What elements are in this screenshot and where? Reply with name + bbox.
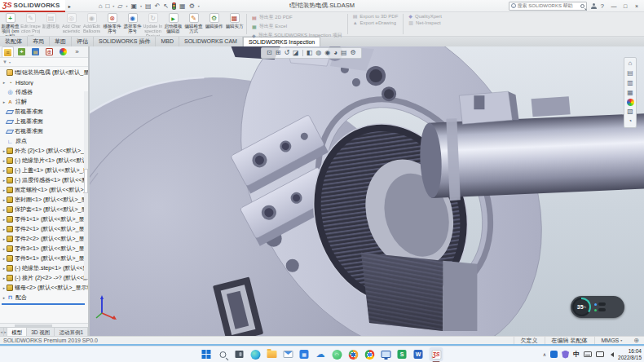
tree-item[interactable]: ▸ 外壳 (2)<1> (默认<<默认>_显示状态: [0, 146, 88, 156]
tree-item[interactable]: ▸ 零件1<1> (默认<<默认>_显示状态: [0, 214, 88, 224]
design-library-icon[interactable]: ▤: [627, 69, 633, 77]
tree-item[interactable]: ▸ (-) 温度传感器<1> (默认<<默认>_显: [0, 175, 88, 185]
ribbon-button[interactable]: 新建模板: [41, 12, 61, 36]
display-style-icon[interactable]: ◍: [315, 49, 321, 57]
export-button[interactable]: 导出至 SOLIDWORKS Inspection 项目: [252, 32, 342, 39]
tree-item[interactable]: ▸ 零件2<1> (默认<<默认>_显示状态: [0, 224, 88, 234]
search-icon[interactable]: [580, 4, 584, 8]
clock[interactable]: 16:04 2022/8/15: [618, 348, 642, 361]
tree-item[interactable]: ▸ 配合: [0, 293, 88, 302]
ribbon-button[interactable]: 编辑实方: [224, 12, 245, 36]
custom-properties-icon[interactable]: ▧: [627, 108, 633, 116]
export-button[interactable]: Export eDrawing: [353, 20, 399, 25]
ribbon-button[interactable]: Add/Edit Balloons: [82, 12, 102, 36]
tray-chevron-icon[interactable]: ∧: [543, 351, 546, 357]
print-icon[interactable]: ▤: [145, 0, 152, 12]
file-explorer-button[interactable]: [267, 349, 277, 360]
tree-horizontal-scrollbar[interactable]: [0, 323, 88, 327]
new-document-icon[interactable]: □: [105, 0, 109, 12]
start-button[interactable]: [201, 349, 212, 360]
tab-dimxpertmanager[interactable]: [43, 46, 55, 57]
display-settings-icon[interactable]: ▦: [179, 0, 186, 12]
login-user-icon[interactable]: [591, 3, 597, 9]
tab-displaymanager[interactable]: [57, 46, 69, 57]
ribbon-button[interactable]: 编辑检查方式: [183, 12, 204, 36]
appearances-color-wheel-icon[interactable]: [627, 99, 634, 106]
ribbon-tab[interactable]: 草图: [50, 37, 72, 46]
tab-configurationmanager[interactable]: [29, 46, 42, 57]
help-button[interactable]: ?: [601, 2, 604, 10]
network-icon[interactable]: [596, 351, 604, 357]
search-input[interactable]: [518, 3, 579, 8]
view-palette-icon[interactable]: ▦: [627, 89, 633, 97]
export-button[interactable]: 导出至 Excel: [252, 23, 342, 30]
word-button[interactable]: W: [413, 349, 424, 360]
tab-featuremanager[interactable]: [2, 46, 14, 57]
tray-blue-app-icon[interactable]: [550, 351, 558, 358]
file-explorer-icon[interactable]: ▥: [627, 79, 633, 87]
ime-language-indicator[interactable]: 中: [573, 350, 580, 359]
rollback-bar[interactable]: [2, 303, 85, 305]
tree-item[interactable]: ▸ (-) 上盖<1> (默认<<默认>_显示状态: [0, 166, 88, 175]
tree-item[interactable]: ▸ 密封圈<1> (默认<<默认>_显示状态: [0, 195, 88, 205]
rebuild-traffic-light-icon[interactable]: [172, 2, 176, 10]
sectioned-thread-neck[interactable]: [361, 253, 477, 331]
onedrive-button[interactable]: [315, 349, 326, 360]
mail-button[interactable]: [283, 349, 293, 360]
panel-tabs-overflow[interactable]: [71, 46, 83, 57]
menu-expand-icon[interactable]: ▸: [68, 3, 71, 9]
tree-item[interactable]: ▸ History: [0, 77, 88, 87]
tree-item[interactable]: ▸ 固定螺栓<1> (默认<<默认>_显示状: [0, 185, 88, 195]
search-box[interactable]: i: [509, 2, 587, 11]
edit-appearance-icon[interactable]: ◕: [333, 49, 337, 57]
tree-item[interactable]: ▸ (-) 绝缘垫.step<1> (默认<<默认>_显: [0, 263, 88, 273]
edge-button[interactable]: [250, 349, 261, 360]
ribbon-button[interactable]: Edit Inspection Project: [20, 12, 41, 36]
ribbon-button[interactable]: 移除零件序号: [102, 12, 122, 36]
ribbon-tab[interactable]: SOLIDWORKS CAM: [179, 37, 243, 46]
export-button[interactable]: QualityXpert: [408, 14, 442, 19]
home-icon[interactable]: ⌂: [99, 0, 103, 12]
tree-item[interactable]: ▸ 零件3<1> (默认<<默认>_显示状态: [0, 244, 88, 254]
store-button[interactable]: [299, 349, 310, 360]
open-icon[interactable]: ▱: [117, 0, 122, 12]
undo-icon[interactable]: ↶: [155, 0, 161, 12]
units-selector[interactable]: MMGS▾: [594, 337, 629, 344]
minimize-button[interactable]: —: [608, 0, 620, 12]
tree-item[interactable]: ▸ 右视基准面: [0, 126, 88, 136]
3d-model-view[interactable]: [90, 46, 644, 336]
volume-icon[interactable]: [608, 352, 614, 357]
apply-scene-icon[interactable]: ▤: [341, 49, 347, 57]
tree-item[interactable]: ▸ (-) 绝缘垫片<1> (默认<<默认>_显示: [0, 156, 88, 166]
status-options-icon[interactable]: ⊕: [629, 337, 644, 344]
ribbon-button[interactable]: Update Inspection Project: [143, 12, 163, 36]
h-scroll-thumb[interactable]: [15, 324, 52, 327]
filter-funnel-icon[interactable]: ▼: [2, 60, 7, 64]
wps-sheet-button[interactable]: S: [397, 349, 408, 360]
ribbon-tab[interactable]: 评估: [72, 37, 94, 46]
solidworks-taskbar-button[interactable]: ƷS: [430, 347, 443, 361]
ribbon-button[interactable]: 编辑操作: [204, 12, 224, 36]
tree-scrollbar[interactable]: [84, 91, 88, 279]
view-settings-icon[interactable]: ⚙: [351, 49, 356, 57]
caret-icon[interactable]: ▾: [126, 4, 128, 8]
section-view-icon[interactable]: ◪: [293, 49, 299, 57]
ribbon-tab[interactable]: SOLIDWORKS 插件: [94, 37, 156, 46]
computer-app-button[interactable]: [381, 349, 391, 360]
task-view-button[interactable]: [234, 349, 245, 360]
zoom-area-icon[interactable]: ⊞: [276, 49, 281, 57]
ribbon-tab[interactable]: MBD: [156, 37, 179, 46]
tree-item[interactable]: ▸ t型铠装热电偶 (默认<默认_显示状态-1>: [0, 68, 88, 77]
restore-button[interactable]: □: [620, 0, 631, 12]
browser-360-button[interactable]: [348, 349, 359, 360]
view-tab[interactable]: 模型: [7, 328, 27, 336]
caret-icon[interactable]: ▾: [112, 4, 114, 8]
ribbon-button[interactable]: 启动模板编辑器: [163, 12, 183, 36]
options-gear-icon[interactable]: ⚙: [189, 0, 195, 12]
ribbon-tab[interactable]: 装配体: [0, 37, 28, 46]
tree-item[interactable]: ▸ 零件5<1> (默认<<默认>_显示状态: [0, 254, 88, 263]
search-scope-icon[interactable]: i: [511, 3, 516, 8]
tree-item[interactable]: ▸ 保护套<1> (默认<<默认>_显示状: [0, 205, 88, 214]
close-button[interactable]: ×: [631, 0, 642, 12]
solidworks-logo[interactable]: ƷS SOLIDWORKS: [0, 0, 65, 12]
